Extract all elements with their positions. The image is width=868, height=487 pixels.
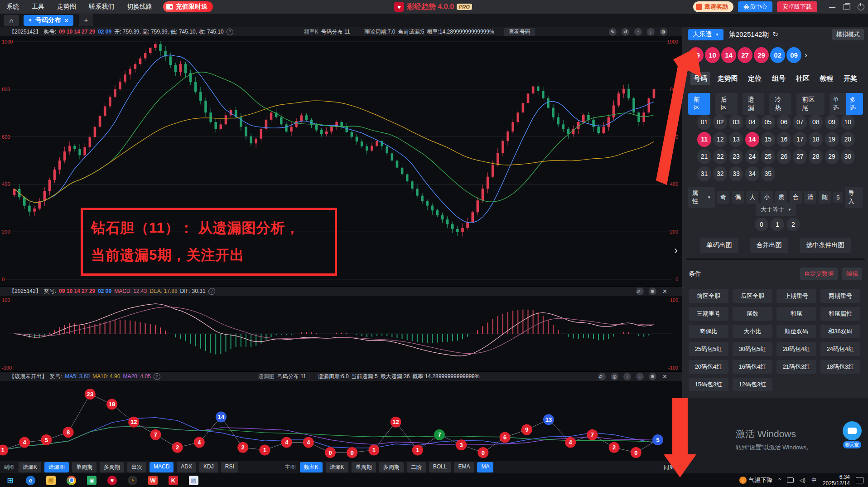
condition-button-22[interactable]: 12码包3红 [733,378,772,391]
sub-chart-tab-7[interactable]: ADX [177,462,196,472]
number-ball-21[interactable]: 21 [697,149,711,164]
sub-chart-tab-1[interactable]: 遗漏K [19,462,41,472]
condition-button-9[interactable]: 奇偶比 [689,325,728,338]
refresh-icon[interactable]: ↻ [772,30,778,39]
condition-button-6[interactable]: 尾数 [733,307,772,321]
collapse-panel-chevron[interactable]: › [674,244,678,257]
number-ball-32[interactable]: 32 [713,166,727,181]
chat-icon[interactable] [843,421,862,440]
number-ball-28[interactable]: 28 [809,149,823,164]
close-tab-icon[interactable]: ✕ [64,17,69,24]
number-ball-25[interactable]: 25 [761,149,775,164]
help-icon[interactable]: ? [154,373,160,380]
number-ball-17[interactable]: 17 [793,132,807,147]
wps-icon[interactable]: W [148,476,158,485]
menu-item-1[interactable]: 系统 [0,3,25,11]
main-chart-tab-8[interactable]: MA [477,462,493,472]
notes-app-icon[interactable]: ▨ [189,476,198,485]
attribute-7[interactable]: 清 [804,191,816,204]
condition-button-15[interactable]: 28码包4红 [776,342,816,356]
condition-button-19[interactable]: 21码包3红 [776,360,816,374]
speaker-icon[interactable]: ◁) [800,477,805,483]
sub-chart-tab-3[interactable]: 单周期 [72,462,96,472]
pencil-icon[interactable]: ✎ [609,28,617,36]
number-ball-05[interactable]: 05 [761,115,775,130]
panel-tab-1[interactable]: 号码 [690,72,710,85]
chat-room-widget[interactable]: 聊天室 [842,421,863,448]
undo-icon[interactable]: ↺ [622,28,629,36]
close-icon[interactable]: ✕ [662,288,667,295]
display-tray-icon[interactable] [787,477,794,483]
action-button-1[interactable]: 单码出图 [700,238,738,253]
number-ball-02[interactable]: 02 [713,115,727,130]
attribute-4[interactable]: 小 [761,191,773,204]
attribute-6[interactable]: 合 [790,191,802,204]
restore-button[interactable] [844,4,849,10]
arrow-down-icon[interactable]: ↓ [636,373,644,380]
number-ball-03[interactable]: 03 [729,115,743,130]
start-button-icon[interactable]: ⊞ [5,476,15,485]
file-explorer-icon[interactable]: ▤ [46,476,56,485]
menu-item-2[interactable]: 工具 [25,3,51,11]
condition-button-10[interactable]: 大小比 [733,325,772,338]
panel-tab-7[interactable]: 开奖 [840,72,860,85]
number-ball-07[interactable]: 07 [793,115,807,130]
attribute-2[interactable]: 偶 [732,191,744,204]
number-ball-09[interactable]: 09 [825,115,839,130]
sub-chart-tab-4[interactable]: 多周期 [100,462,124,472]
attribute-1[interactable]: 奇 [717,191,729,204]
edge-browser-icon[interactable]: e [26,476,35,485]
condition-button-12[interactable]: 和36双码 [820,325,860,338]
condition-button-1[interactable]: 前区全胆 [689,289,728,303]
condition-button-5[interactable]: 三期重号 [689,307,728,321]
pin-icon[interactable]: ⚲ [598,373,606,380]
ime-indicator[interactable]: 中 [811,477,817,484]
number-ball-15[interactable]: 15 [761,132,775,147]
import-button[interactable]: 导入 [845,187,863,208]
android-download-button[interactable]: 安卓版下载 [777,1,817,12]
number-ball-14[interactable]: 14 [745,132,759,147]
weather-widget[interactable]: ↓ 气温下降 [739,476,772,484]
number-ball-04[interactable]: 04 [745,115,759,130]
firefox-icon[interactable]: ◔ [128,476,137,485]
panel-splitter[interactable] [686,258,865,260]
number-ball-01[interactable]: 01 [697,115,711,130]
help-icon[interactable]: ? [227,29,233,35]
condition-button-17[interactable]: 20码包4红 [689,360,728,374]
number-ball-31[interactable]: 31 [697,166,711,181]
arrow-up-icon[interactable]: ↑ [634,28,642,36]
minimize-button[interactable]: — [829,3,835,10]
sync-screen-button[interactable]: 同屏 [664,463,675,471]
main-chart-tab-1[interactable]: 频率K [300,462,323,472]
lottery-select[interactable]: 大乐透 ▼ [688,29,723,40]
number-ball-12[interactable]: 12 [713,132,727,147]
notification-center-icon[interactable] [856,477,863,483]
arrow-down-icon[interactable]: ↓ [647,28,655,36]
condition-button-13[interactable]: 25码包5红 [689,342,728,356]
number-ball-11[interactable]: 11 [697,132,711,147]
tab-number-distribution[interactable]: ▼ 号码分布 ✕ [24,15,73,26]
panel-tab-2[interactable]: 走势图 [714,72,741,85]
main-chart-tab-5[interactable]: 二阶 [407,462,426,472]
add-tab-button[interactable]: + [79,15,93,26]
number-ball-10[interactable]: 10 [841,115,855,130]
number-ball-13[interactable]: 13 [729,132,743,147]
number-ball-35[interactable]: 35 [761,166,775,181]
sub-chart-tab-5[interactable]: 出次 [127,462,146,472]
power-button[interactable] [858,4,864,10]
main-chart-tab-2[interactable]: 遗漏K [326,462,348,472]
wechat-icon[interactable]: ◉ [87,476,96,485]
gear-icon[interactable]: ⚙ [649,373,656,380]
condition-button-20[interactable]: 18码包3红 [820,360,860,374]
number-ball-26[interactable]: 26 [777,149,791,164]
sub-chart-tab-8[interactable]: KDJ [199,462,218,472]
target-icon[interactable]: ◎ [611,373,618,380]
number-ball-08[interactable]: 08 [809,115,823,130]
balls-expand-chevron[interactable]: › [805,50,807,60]
number-ball-34[interactable]: 34 [745,166,759,181]
edit-button[interactable]: 编辑 [842,268,862,280]
invite-reward-button[interactable]: 邀请奖励 [693,1,733,12]
action-button-2[interactable]: 合并出图 [750,238,788,253]
custom-data-button[interactable]: 自定义数据 [800,268,838,280]
zone-tab-3[interactable]: 遗漏 [743,93,765,115]
